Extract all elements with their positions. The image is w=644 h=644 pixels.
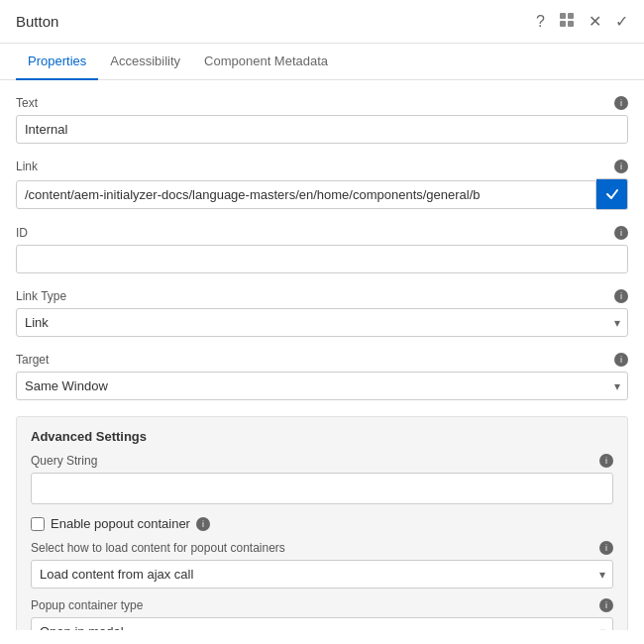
link-field: Link i [16, 160, 628, 210]
target-info-icon[interactable]: i [614, 353, 628, 367]
id-field: ID i [16, 226, 628, 273]
tab-bar: Properties Accessibility Component Metad… [0, 44, 644, 80]
target-select-wrap: Same Window New Window Parent Window Top… [16, 372, 628, 400]
target-field: Target i Same Window New Window Parent W… [16, 353, 628, 400]
query-string-input[interactable] [31, 473, 613, 504]
tab-component-metadata[interactable]: Component Metadata [192, 44, 340, 80]
load-content-info-icon[interactable]: i [599, 541, 613, 555]
load-content-select-wrap: Load content from ajax call Load content… [31, 560, 613, 589]
svg-rect-1 [568, 13, 574, 19]
enable-popout-row: Enable popout container i [31, 516, 613, 531]
grid-icon[interactable] [559, 12, 575, 31]
id-input[interactable] [16, 245, 628, 273]
load-content-field: Select how to load content for popout co… [31, 541, 613, 589]
query-string-label: Query String [31, 454, 97, 468]
query-string-info-icon[interactable]: i [599, 454, 613, 468]
svg-rect-0 [560, 13, 566, 19]
help-icon[interactable]: ? [536, 14, 545, 30]
enable-popout-info-icon[interactable]: i [196, 517, 210, 531]
tab-accessibility[interactable]: Accessibility [98, 44, 192, 80]
link-type-info-icon[interactable]: i [614, 289, 628, 303]
link-type-select-wrap: Link External Internal [16, 308, 628, 337]
popup-container-type-info-icon[interactable]: i [599, 598, 613, 612]
dialog-title: Button [16, 13, 58, 30]
svg-rect-2 [560, 21, 566, 27]
title-bar-actions: ? ✕ ✓ [536, 12, 628, 31]
text-field-label-row: Text i [16, 96, 628, 110]
tab-properties[interactable]: Properties [16, 44, 98, 80]
popup-container-type-field: Popup container type i Open in modal Ope… [31, 598, 613, 630]
link-type-label: Link Type [16, 289, 66, 303]
id-label: ID [16, 226, 28, 240]
text-info-icon[interactable]: i [614, 96, 628, 110]
popup-container-type-label: Popup container type [31, 598, 143, 612]
text-field: Text i [16, 96, 628, 144]
link-input[interactable] [16, 180, 596, 209]
load-content-label-row: Select how to load content for popout co… [31, 541, 613, 555]
link-browse-button[interactable] [596, 178, 628, 210]
link-field-label-row: Link i [16, 160, 628, 173]
close-icon[interactable]: ✕ [589, 14, 601, 30]
svg-rect-3 [568, 21, 574, 27]
link-type-select[interactable]: Link External Internal [16, 308, 628, 337]
advanced-settings-panel: Advanced Settings Query String i Enable … [16, 416, 628, 630]
link-info-icon[interactable]: i [614, 160, 628, 173]
query-string-field: Query String i [31, 454, 613, 504]
query-string-label-row: Query String i [31, 454, 613, 468]
confirm-icon[interactable]: ✓ [615, 14, 628, 30]
id-field-label-row: ID i [16, 226, 628, 240]
load-content-label: Select how to load content for popout co… [31, 541, 285, 555]
popup-container-type-select[interactable]: Open in modal Open inline Open in sideba… [31, 617, 613, 630]
link-label: Link [16, 160, 38, 173]
popup-container-type-select-wrap: Open in modal Open inline Open in sideba… [31, 617, 613, 630]
link-field-wrap [16, 178, 628, 210]
target-label: Target [16, 353, 49, 367]
text-input[interactable] [16, 115, 628, 144]
enable-popout-label: Enable popout container [51, 516, 190, 531]
link-type-label-row: Link Type i [16, 289, 628, 303]
id-info-icon[interactable]: i [614, 226, 628, 240]
advanced-settings-title: Advanced Settings [31, 429, 613, 444]
title-bar: Button ? ✕ ✓ [0, 0, 644, 44]
target-select[interactable]: Same Window New Window Parent Window Top… [16, 372, 628, 400]
enable-popout-checkbox[interactable] [31, 517, 45, 531]
load-content-select[interactable]: Load content from ajax call Load content… [31, 560, 613, 589]
link-type-field: Link Type i Link External Internal [16, 289, 628, 337]
main-content: Text i Link i ID i Link Type i [0, 80, 644, 630]
popup-container-type-label-row: Popup container type i [31, 598, 613, 612]
text-label: Text [16, 96, 38, 110]
target-label-row: Target i [16, 353, 628, 367]
